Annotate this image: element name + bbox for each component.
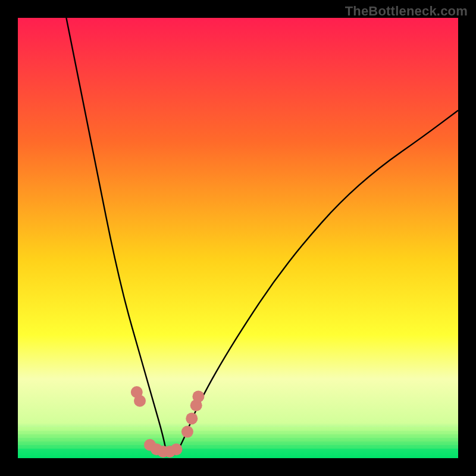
chart-frame: TheBottleneck.com xyxy=(0,0,476,476)
bottleneck-chart xyxy=(18,18,458,458)
bottom-bands xyxy=(18,427,458,458)
svg-rect-5 xyxy=(18,445,458,449)
marker-point xyxy=(192,390,204,402)
svg-rect-3 xyxy=(18,438,458,441)
svg-rect-4 xyxy=(18,441,458,445)
marker-point xyxy=(181,426,193,438)
gradient-background xyxy=(18,18,458,458)
watermark-text: TheBottleneck.com xyxy=(345,4,468,19)
svg-rect-0 xyxy=(18,427,458,431)
svg-rect-1 xyxy=(18,431,458,434)
marker-point xyxy=(170,443,182,455)
svg-rect-2 xyxy=(18,434,458,438)
marker-point xyxy=(186,412,198,424)
svg-rect-6 xyxy=(18,449,458,458)
plot-area xyxy=(18,18,458,458)
marker-point xyxy=(134,395,146,407)
